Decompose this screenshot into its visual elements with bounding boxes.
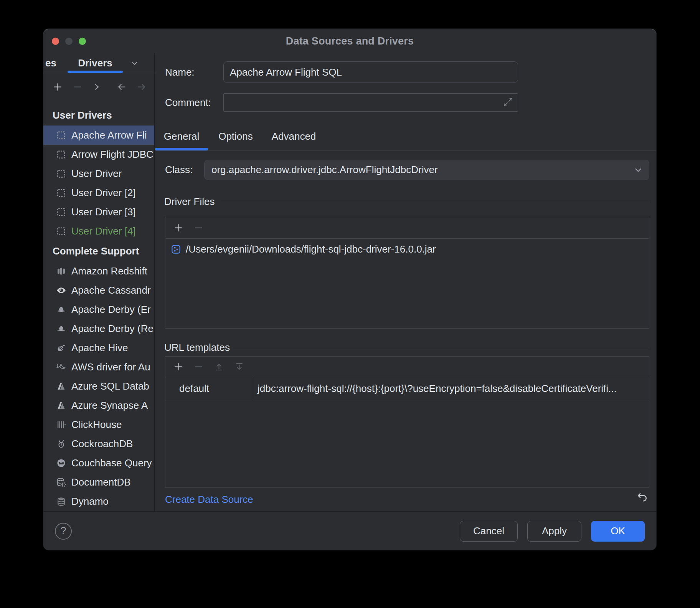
editor-tabs: General Options Advanced: [155, 122, 656, 151]
sidebar-item-label: CockroachDB: [71, 438, 133, 450]
dynamo-icon: [56, 496, 66, 507]
sidebar-item-label: Apache Derby (Er: [71, 304, 151, 316]
sidebar-item[interactable]: ClickHouse: [43, 415, 154, 434]
sidebar-toolbar: [43, 73, 154, 100]
name-input[interactable]: Apache Arrow Flight SQL: [223, 61, 518, 83]
redshift-icon: [56, 266, 66, 276]
add-button[interactable]: [53, 82, 63, 92]
remove-button[interactable]: [193, 223, 204, 233]
sidebar-item[interactable]: CockroachDB: [43, 434, 154, 453]
ok-button[interactable]: OK: [591, 521, 645, 542]
user-driver-icon: [56, 169, 66, 179]
cockroach-icon: [56, 439, 66, 449]
sidebar-item-label: Arrow Flight JDBC: [71, 149, 154, 160]
footer-bar: ? Cancel Apply OK: [43, 511, 656, 550]
close-button[interactable]: [52, 38, 59, 45]
back-button[interactable]: [117, 82, 127, 92]
add-button[interactable]: [173, 223, 183, 233]
tab-options[interactable]: Options: [218, 122, 254, 150]
sidebar-item-label: User Driver [3]: [71, 206, 136, 218]
help-button[interactable]: ?: [55, 523, 72, 540]
user-driver-icon: [56, 149, 66, 160]
sidebar-item[interactable]: Azure Synapse A: [43, 396, 154, 415]
user-driver-icon: [56, 207, 66, 217]
tab-data-sources-partial[interactable]: es: [45, 53, 56, 73]
sidebar-item[interactable]: Apache Derby (Re: [43, 319, 154, 338]
sidebar-item[interactable]: Apache Hive: [43, 338, 154, 357]
create-data-source-link[interactable]: Create Data Source: [165, 494, 253, 506]
sidebar-section-title: Complete Support: [43, 241, 154, 261]
url-templates-section-rule: [232, 348, 650, 348]
sidebar-item-label: User Driver: [71, 168, 122, 180]
comment-input[interactable]: [223, 93, 518, 112]
class-dropdown[interactable]: org.apache.arrow.driver.jdbc.ArrowFlight…: [204, 160, 649, 180]
sidebar-item-label: Couchbase Query: [71, 457, 152, 469]
sidebar-item[interactable]: User Driver: [43, 164, 154, 183]
sidebar-item-label: Azure Synapse A: [71, 400, 148, 411]
url-template-row[interactable]: default jdbc:arrow-flight-sql://{host}:{…: [165, 377, 649, 400]
driver-file-row[interactable]: /Users/evgenii/Downloads/flight-sql-jdbc…: [165, 239, 649, 259]
name-label: Name:: [165, 66, 195, 78]
driver-files-box: /Users/evgenii/Downloads/flight-sql-jdbc…: [165, 217, 649, 329]
sidebar-item-label: User Driver [2]: [71, 187, 136, 199]
sidebar-item-label: Amazon Redshift: [71, 265, 147, 277]
sidebar-item-label: Apache Cassandr: [71, 284, 151, 296]
tab-advanced[interactable]: Advanced: [271, 122, 316, 150]
sidebar-item-label: DocumentDB: [71, 476, 131, 488]
tab-drivers[interactable]: Drivers: [78, 53, 112, 73]
driver-files-section-rule: [221, 202, 650, 202]
url-templates-section-title: URL templates: [164, 342, 230, 354]
traffic-lights: [52, 29, 86, 53]
sidebar-item-label: Dynamo: [71, 496, 109, 507]
cassandra-icon: [56, 285, 66, 296]
forward-button[interactable]: [136, 82, 147, 92]
user-driver-icon: [56, 130, 66, 140]
sidebar-item[interactable]: Dynamo: [43, 492, 154, 511]
sidebar-item[interactable]: AWS driver for Au: [43, 357, 154, 377]
tab-general[interactable]: General: [163, 122, 200, 150]
name-input-value: Apache Arrow Flight SQL: [230, 66, 342, 78]
sidebar-item[interactable]: Amazon Redshift: [43, 261, 154, 281]
expand-editor-icon[interactable]: [502, 96, 514, 108]
url-templates-toolbar: [165, 357, 649, 377]
expand-node-button[interactable]: [92, 82, 102, 92]
sidebar-item-label: Apache Derby (Re: [71, 323, 154, 335]
user-driver-icon: [56, 226, 66, 236]
class-dropdown-value: org.apache.arrow.driver.jdbc.ArrowFlight…: [211, 164, 438, 176]
sidebar-item-label: Azure SQL Datab: [71, 380, 149, 392]
user-driver-icon: [56, 188, 66, 198]
sidebar-item[interactable]: Azure SQL Datab: [43, 377, 154, 396]
cancel-button[interactable]: Cancel: [460, 521, 518, 542]
aws-icon: [56, 362, 66, 372]
undo-icon[interactable]: [636, 491, 649, 504]
remove-button[interactable]: [72, 82, 83, 92]
zoom-button[interactable]: [79, 38, 86, 45]
driver-file-path: /Users/evgenii/Downloads/flight-sql-jdbc…: [186, 243, 436, 255]
sidebar-item[interactable]: Arrow Flight JDBC: [43, 145, 154, 164]
sidebar-item[interactable]: User Driver [4]: [43, 221, 154, 241]
sidebar-item[interactable]: Apache Derby (Er: [43, 300, 154, 319]
sidebar-item[interactable]: User Driver [3]: [43, 202, 154, 221]
sidebar-item-label: Apache Hive: [71, 342, 128, 354]
sidebar-item[interactable]: DocumentDB: [43, 473, 154, 492]
sidebar-item[interactable]: Apache Arrow Fli: [43, 126, 154, 145]
sidebar-item-label: AWS driver for Au: [71, 361, 150, 373]
move-down-button[interactable]: [234, 362, 244, 372]
sidebar-item[interactable]: Apache Cassandr: [43, 281, 154, 300]
tabs-chevron-down-icon[interactable]: [129, 58, 140, 68]
class-label: Class:: [165, 164, 193, 176]
driver-tree: User DriversApache Arrow FliArrow Flight…: [43, 100, 154, 511]
remove-button[interactable]: [193, 362, 204, 372]
sidebar-item[interactable]: Couchbase Query: [43, 453, 154, 473]
minimize-button[interactable]: [65, 38, 73, 45]
dialog-body: es Drivers User DriversApache Arrow FliA…: [43, 53, 656, 511]
sidebar: es Drivers User DriversApache Arrow FliA…: [43, 53, 154, 511]
class-chevron-down-icon: [633, 165, 644, 175]
add-button[interactable]: [173, 362, 183, 372]
tab-drivers-active-underline: [68, 71, 123, 73]
sidebar-item[interactable]: User Driver [2]: [43, 183, 154, 202]
clickhouse-icon: [56, 420, 66, 430]
azure-icon: [56, 381, 66, 392]
apply-button[interactable]: Apply: [527, 521, 581, 542]
move-up-button[interactable]: [214, 362, 224, 372]
